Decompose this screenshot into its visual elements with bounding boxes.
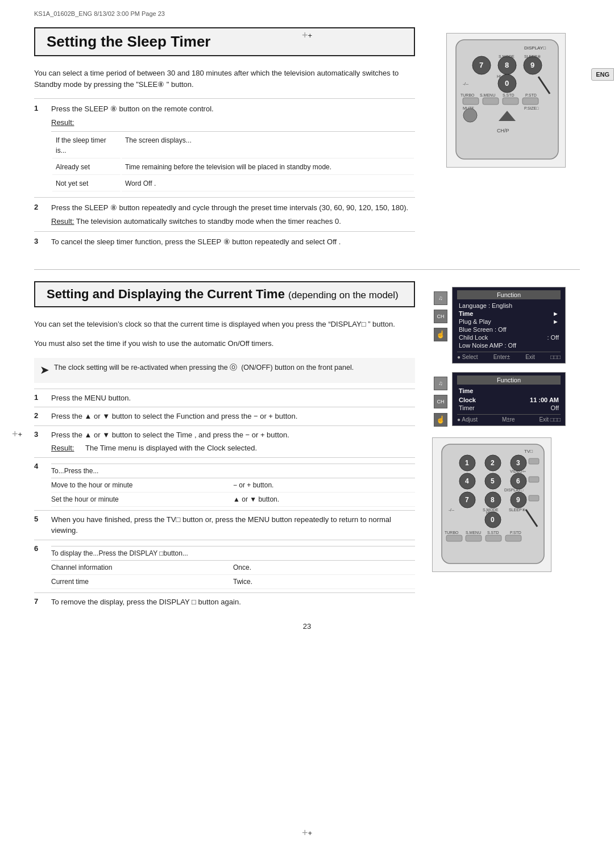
step-4-col-header: To... Press the... (51, 464, 415, 478)
sleep-timer-section: Setting the Sleep Timer You can select a… (34, 27, 580, 252)
step-2-num: 2 (34, 202, 45, 211)
step-6-row-1-right: Once. (233, 562, 415, 573)
menu-1-row-4: Blue Screen : Off (457, 326, 561, 333)
svg-text:-/--: -/-- (463, 81, 469, 86)
svg-text:VIDEO⇦: VIDEO⇦ (510, 469, 526, 473)
step-4-row-1-left: Move to the hour or minute (51, 480, 233, 490)
table-row-1-left: Already set (52, 160, 121, 175)
time-step-3-result-label: Result: (51, 443, 80, 454)
page-number: 23 (0, 611, 614, 636)
step-2-result-text: The television automatically switches to… (76, 217, 341, 226)
menu-1-footer-exit: Exit (525, 354, 535, 360)
svg-text:2: 2 (491, 459, 495, 467)
step-6-col-header-right: Press the DISPLAY □button... (98, 548, 188, 558)
time-title-suffix: (depending on the model) (288, 290, 399, 301)
step-3-content: To cancel the sleep timer function, pres… (51, 236, 415, 248)
svg-text:HI: HI (497, 74, 501, 78)
menu-1-footer: ● Select Enter± Exit □□□ (457, 352, 561, 360)
svg-text:0: 0 (491, 516, 495, 524)
time-step-3-content: Press the ▲ or ▼ button to select the Ti… (51, 429, 415, 454)
page-container: + + + ENG KS1A_01602B_ENG 8/13/02 3:00 P… (0, 0, 614, 868)
tip-text: The clock setting will be re-activated w… (54, 362, 354, 373)
svg-rect-21 (522, 98, 538, 105)
svg-text:HI: HI (486, 511, 490, 515)
step-4-row-2: Set the hour or minute ▲ or ▼ button. (51, 493, 415, 507)
svg-text:P.SIZE□: P.SIZE□ (524, 106, 539, 110)
svg-text:DISPLAY□: DISPLAY□ (504, 488, 524, 492)
menu-1-row-5-arrow: : Off (547, 334, 559, 341)
svg-text:S.MENU: S.MENU (480, 93, 495, 97)
step-6-col-header: To display the... Press the DISPLAY □but… (51, 546, 415, 561)
step-4-col-header-left: To... (51, 466, 64, 476)
time-step-4: 4 To... Press the... Move to the hour or… (34, 457, 415, 510)
svg-rect-44 (529, 477, 539, 482)
menu-2-side-icons: ♫ CH ☝ (434, 377, 447, 427)
step-1-table: If the sleep timer is... The screen disp… (51, 131, 415, 193)
remote-image-bottom: TV□ 1 2 3 VIDEO⇦ 4 (432, 437, 551, 572)
step-4-row-2-right: ▲ or ▼ button. (233, 494, 415, 504)
svg-rect-64 (466, 535, 482, 541)
menu-1-row-6: Low Noise AMP : Off (457, 341, 561, 349)
step-2-result-label: Result: (51, 217, 74, 226)
svg-text:CH/P: CH/P (497, 128, 509, 133)
svg-text:SLEEP⑧: SLEEP⑧ (509, 508, 525, 512)
table-header-left: If the sleep timer is... (52, 133, 121, 158)
time-section: Setting and Displaying the Current Time … (34, 281, 580, 611)
reg-mark-bottom: + (301, 827, 313, 838)
menu-2-footer-mre: M±re (502, 416, 515, 423)
music-icon-2: ♫ (434, 377, 447, 390)
svg-text:6: 6 (516, 477, 520, 485)
time-intro-2: You must also set the time if you wish t… (34, 338, 415, 349)
time-step-7-num: 7 (34, 596, 45, 606)
svg-rect-65 (486, 535, 501, 541)
svg-text:0: 0 (505, 79, 509, 87)
menu-1-row-5: Child Lock : Off (457, 333, 561, 341)
svg-text:3: 3 (516, 459, 520, 467)
menu-1-footer-select: ● Select (457, 354, 478, 360)
menu-2-clock-value: 11 :00 AM (530, 397, 559, 403)
menu-2-row-clock: Clock 11 :00 AM (457, 396, 561, 404)
time-step-5: 5 When you have finished, press the TV□ … (34, 510, 415, 540)
header-meta: KS1A_01602B_ENG 8/13/02 3:00 PM Page 23 (34, 10, 165, 17)
time-step-1-content: Press the MENU button. (51, 393, 415, 404)
menu-2-timer-value: Off (551, 404, 559, 411)
menu-screen-1-title: Function (457, 290, 561, 299)
sleep-step-2: 2 Press the SLEEP ⑧ button repeatedly an… (34, 197, 415, 231)
time-step-6-num: 6 (34, 544, 45, 553)
table-header-right: The screen displays... (122, 133, 414, 158)
step-1-content: Press the SLEEP ⑧ button on the remote c… (51, 103, 415, 193)
svg-text:8: 8 (505, 61, 509, 69)
sleep-step-3: 3 To cancel the sleep timer function, pr… (34, 231, 415, 252)
svg-text:-/--: -/-- (449, 507, 455, 512)
sleep-left: Setting the Sleep Timer You can select a… (34, 27, 415, 252)
step-6-row-1: Channel information Once. (51, 561, 415, 575)
step-1-text: Press the SLEEP ⑧ button on the remote c… (51, 103, 415, 115)
step-6-col-header-left: To display the... (51, 548, 98, 558)
time-step-3-result-text: The Time menu is displayed with the Cloc… (85, 443, 257, 454)
time-step-6: 6 To display the... Press the DISPLAY □b… (34, 540, 415, 592)
time-title-main: Setting and Displaying the Current Time (47, 287, 285, 301)
table-row-2-left: Not yet set (52, 176, 121, 191)
sleep-steps: 1 Press the SLEEP ⑧ button on the remote… (34, 98, 415, 252)
svg-rect-52 (529, 495, 539, 501)
time-step-2: 2 Press the ▲ or ▼ button to select the … (34, 407, 415, 425)
menu-screen-1: Function Language : English Time ► Plug … (452, 287, 566, 364)
svg-text:S.STD: S.STD (487, 531, 499, 535)
menu-screen-2-title: Function (457, 375, 561, 385)
svg-text:1: 1 (465, 459, 469, 467)
sleep-title-box: Setting the Sleep Timer (34, 27, 415, 56)
reg-mark-left: + (11, 428, 23, 440)
reg-mark-top: + (301, 30, 313, 41)
remote-image-top: DISPLAY□ 7 8 9 S.MODE SLEEP⑧ -/-- (446, 33, 566, 168)
time-step-4-num: 4 (34, 461, 45, 470)
menu-1-footer-enter: Enter± (493, 354, 510, 360)
sleep-step-1: 1 Press the SLEEP ⑧ button on the remote… (34, 98, 415, 197)
menu-wrapper-1: ♫ CH ☝ Function Language : English Time … (452, 287, 580, 364)
menu-2-footer: ● Adjust M±re Exit □□□ (457, 414, 561, 423)
svg-rect-36 (529, 458, 539, 464)
section-divider (34, 269, 580, 270)
menu-2-footer-adjust: ● Adjust (457, 416, 478, 423)
step-2-text: Press the SLEEP ⑧ button repeatedly and … (51, 202, 415, 214)
svg-text:S.MENU: S.MENU (466, 531, 481, 535)
menu-1-row-1-label: Language : English (459, 302, 512, 309)
